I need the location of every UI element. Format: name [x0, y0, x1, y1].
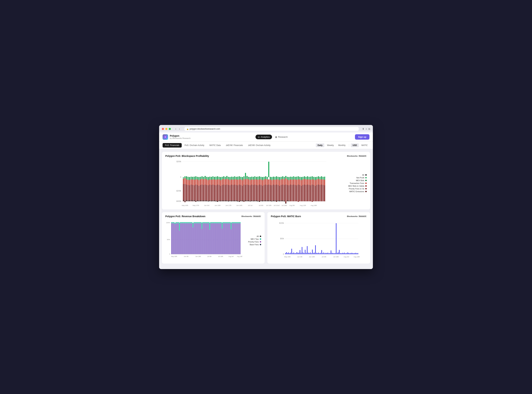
svg-point-347: [281, 200, 282, 201]
daily-button[interactable]: Daily: [316, 143, 324, 147]
matic-button[interactable]: MATIC: [360, 143, 370, 147]
svg-rect-484: [233, 222, 234, 223]
svg-rect-266: [316, 185, 317, 201]
tab-zkevm-onchain[interactable]: zkEVM: Onchain Activity: [246, 143, 273, 148]
svg-rect-470: [225, 222, 226, 223]
svg-rect-28: [192, 177, 193, 179]
monthly-button[interactable]: Monthly: [337, 143, 347, 147]
svg-rect-60: [209, 179, 210, 185]
svg-rect-228: [296, 180, 297, 185]
svg-text:Jul 19th: Jul 19th: [218, 256, 223, 257]
svg-rect-82: [220, 177, 221, 180]
svg-rect-387: [179, 230, 180, 254]
burn-chart-header: Polygon PoS: MATIC Burn Blockworks Resea…: [271, 215, 367, 218]
svg-rect-273: [319, 179, 320, 185]
svg-rect-550: [327, 253, 327, 254]
svg-rect-133: [246, 176, 248, 179]
maximize-button[interactable]: [169, 128, 171, 130]
svg-rect-382: [176, 222, 177, 223]
new-tab-icon[interactable]: +: [366, 128, 367, 130]
svg-point-315: [231, 201, 232, 202]
svg-rect-213: [288, 180, 289, 185]
nav-tab-research[interactable]: ▦ Research: [273, 135, 290, 139]
tab-zkevm-financials[interactable]: zkEVM: Financials: [224, 143, 245, 148]
svg-point-310: [224, 200, 224, 201]
svg-rect-392: [181, 222, 182, 223]
svg-rect-251: [308, 185, 310, 201]
legend-priority-fees: Priority Fees to Va: [341, 188, 367, 190]
svg-rect-38: [198, 186, 199, 201]
tab-pos-onchain[interactable]: PoS: Onchain Activity: [182, 143, 207, 148]
svg-rect-549: [325, 253, 326, 254]
burn-chart-card: Polygon PoS: MATIC Burn Blockworks Resea…: [267, 212, 370, 264]
svg-rect-232: [298, 176, 299, 179]
svg-rect-516: [291, 249, 292, 254]
svg-rect-546: [322, 253, 323, 254]
svg-rect-105: [233, 180, 234, 185]
rev-legend-all-dot: [260, 236, 261, 237]
share-icon[interactable]: ⬆: [362, 128, 364, 130]
close-button[interactable]: [162, 128, 164, 130]
burn-research-tag: Research: [358, 215, 367, 217]
svg-rect-39: [198, 180, 199, 186]
svg-text:Aug 18th: Aug 18th: [354, 256, 360, 258]
tab-pos-financials[interactable]: PoS: Financials: [162, 143, 182, 148]
svg-rect-282: [324, 180, 325, 185]
svg-rect-163: [262, 177, 263, 180]
svg-rect-423: [199, 223, 200, 254]
address-bar[interactable]: 🔒 polygon.blockworksresearch.com: [184, 127, 359, 131]
blockworks-label: Blockworks: [347, 155, 358, 157]
svg-text:$50k: $50k: [280, 238, 284, 239]
usd-button[interactable]: USD: [351, 143, 359, 147]
svg-rect-441: [209, 230, 210, 254]
svg-rect-578: [355, 253, 356, 254]
svg-point-313: [228, 201, 229, 202]
svg-text:Jul 19th: Jul 19th: [333, 256, 339, 258]
burn-blockworks: Blockworks Research: [347, 215, 367, 217]
svg-rect-483: [233, 223, 234, 254]
svg-text:Jun 19th: Jun 19th: [309, 256, 315, 258]
svg-rect-147: [254, 179, 255, 185]
svg-rect-55: [206, 177, 207, 179]
svg-rect-274: [319, 177, 320, 179]
svg-rect-86: [223, 185, 224, 201]
svg-rect-429: [203, 223, 203, 254]
svg-point-298: [205, 200, 206, 201]
svg-rect-280: [323, 177, 323, 179]
svg-point-308: [220, 201, 221, 202]
rev-legend-mev-tips-dot: [260, 238, 261, 240]
svg-rect-10: [183, 177, 184, 179]
nav-tab-analytics[interactable]: ◎ Analytics: [256, 135, 272, 139]
svg-rect-53: [206, 185, 207, 201]
svg-rect-419: [197, 223, 198, 254]
svg-rect-402: [187, 222, 188, 223]
tabs-icon[interactable]: ⧉: [368, 128, 370, 130]
svg-text:Jun 3rd: Jun 3rd: [204, 205, 209, 206]
svg-rect-194: [279, 186, 280, 201]
minimize-button[interactable]: [165, 128, 167, 130]
svg-rect-527: [303, 253, 303, 254]
svg-rect-175: [268, 162, 269, 177]
svg-rect-214: [288, 177, 289, 180]
svg-rect-15: [186, 179, 187, 185]
legend-priority-fees-va-label: Priority Fees to Va: [349, 188, 364, 190]
forward-button[interactable]: ›: [178, 127, 181, 131]
svg-rect-469: [225, 223, 226, 254]
weekly-button[interactable]: Weekly: [325, 143, 335, 147]
svg-rect-184: [273, 177, 274, 179]
back-button[interactable]: ‹: [174, 127, 177, 131]
svg-rect-253: [308, 177, 310, 179]
svg-rect-106: [233, 177, 234, 180]
tab-matic-data[interactable]: MATIC Data: [207, 143, 223, 148]
chart-bars: // This won't execute in SVG, we'll draw…: [182, 162, 325, 206]
sign-up-button[interactable]: Sign up: [355, 134, 370, 140]
revenue-chart-area: 100% 50% 0: [165, 219, 242, 261]
svg-rect-461: [221, 223, 222, 254]
svg-rect-496: [240, 222, 240, 223]
svg-rect-193: [277, 177, 279, 179]
svg-rect-520: [296, 253, 296, 254]
svg-text:Jul 8th: Jul 8th: [259, 205, 263, 206]
svg-rect-431: [204, 223, 205, 254]
svg-rect-160: [261, 177, 261, 179]
svg-rect-478: [230, 222, 230, 223]
